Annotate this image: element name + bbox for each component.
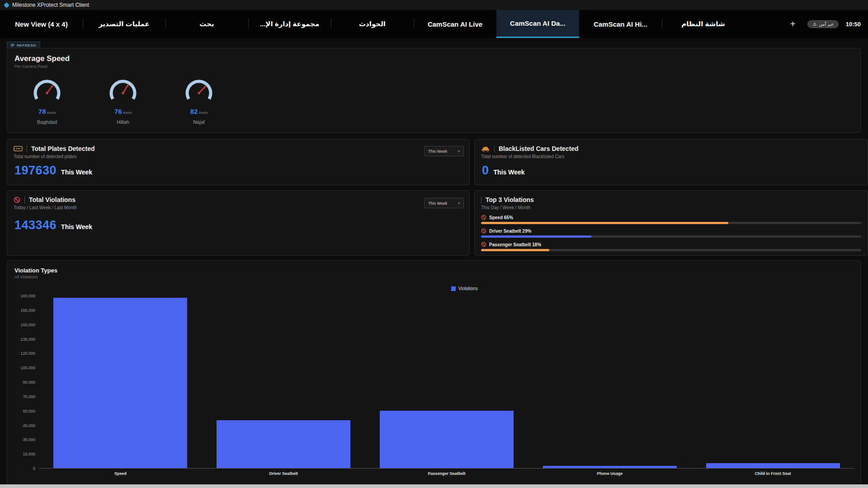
tab-label: CamScan AI Hi... bbox=[594, 20, 647, 28]
gauge-value: 82 bbox=[190, 108, 198, 115]
gauge-value: 78 bbox=[38, 108, 46, 115]
chart-ytick-label: 90,000 bbox=[23, 380, 35, 385]
dropdown-value: This Week bbox=[428, 149, 447, 154]
period-dropdown[interactable]: This Week ▾ bbox=[424, 198, 464, 208]
car-icon bbox=[481, 145, 490, 152]
chevron-down-icon: ▾ bbox=[458, 202, 460, 205]
chart-xlabel: Speed bbox=[39, 471, 202, 476]
chart-slot: Speed bbox=[39, 296, 202, 468]
chart-legend: Violations bbox=[451, 286, 478, 291]
tab-label: مجموعة إدارة الإ... bbox=[260, 20, 320, 28]
panel-title: Total Violations bbox=[29, 196, 75, 203]
chart-ytick-label: 105,000 bbox=[20, 366, 35, 370]
gauge-baghdad: 78Km/h Baghdad bbox=[22, 76, 72, 125]
legend-swatch bbox=[451, 286, 456, 291]
divider bbox=[481, 197, 481, 203]
gauge-najaf: 82Km/h Najaf bbox=[174, 76, 224, 125]
chart-ytick-label: 75,000 bbox=[23, 394, 35, 399]
panel-title: Top 3 Violations bbox=[486, 196, 534, 203]
chart-bar bbox=[543, 466, 677, 468]
gauge-needle bbox=[45, 84, 54, 95]
tab-label: New View (4 x 4) bbox=[15, 20, 67, 28]
warning-icon: ⚠ bbox=[812, 22, 816, 27]
panel-subtitle: Total number of detected plates bbox=[7, 152, 469, 159]
speed-gauge-icon bbox=[183, 76, 215, 102]
chart-slot: Child in Front Seat bbox=[691, 296, 854, 468]
gauge-city: Hillah bbox=[98, 119, 148, 125]
status-badge-label: غير آمن bbox=[819, 22, 833, 27]
add-view-button[interactable]: + bbox=[785, 19, 800, 29]
chart-xlabel: Child in Front Seat bbox=[691, 471, 854, 476]
chart-xlabel: Passenger Seatbelt bbox=[365, 471, 528, 476]
top3-item: Passenger Seatbelt 18% bbox=[481, 242, 861, 251]
gauge-hillah: 76Km/h Hillah bbox=[98, 76, 148, 125]
gauge-unit: Km/h bbox=[47, 111, 56, 115]
clock: 10:50 bbox=[846, 21, 861, 28]
panel-title: Average Speed bbox=[7, 48, 861, 63]
tab-search[interactable]: بحث bbox=[165, 10, 248, 38]
chart-ytick-label: 0 bbox=[33, 466, 35, 471]
horizontal-scrollbar[interactable] bbox=[0, 484, 868, 488]
tab-label: بحث bbox=[199, 20, 214, 28]
tab-label: CamScan AI Live bbox=[428, 20, 482, 28]
chart-slot: Phone Usage bbox=[528, 296, 691, 468]
tab-export-operations[interactable]: عمليات التصدير bbox=[83, 10, 165, 38]
legend-label: Violations bbox=[458, 286, 478, 291]
metric-period: This Week bbox=[494, 169, 525, 176]
chart-ytick-label: 30,000 bbox=[23, 437, 35, 442]
panel-subtitle: Per Camera Road bbox=[7, 63, 861, 69]
top3-track bbox=[481, 222, 861, 224]
gauge-row: 78Km/h Baghdad 76Km/h Hillah 8 bbox=[7, 69, 861, 125]
chart-ytick-label: 15,000 bbox=[23, 452, 35, 456]
chart-ytick-label: 60,000 bbox=[23, 409, 35, 413]
no-entry-icon bbox=[481, 215, 486, 220]
divider bbox=[27, 145, 27, 152]
top3-item: Speed 65% bbox=[481, 215, 861, 224]
tab-label: CamScan AI Da... bbox=[510, 19, 566, 27]
chart-ytick-label: 180,000 bbox=[20, 294, 35, 298]
tab-new-view[interactable]: New View (4 x 4) bbox=[0, 10, 83, 38]
gauge-city: Baghdad bbox=[22, 119, 72, 125]
chart-ytick-label: 135,000 bbox=[20, 337, 35, 342]
metric-value: 0 bbox=[482, 164, 489, 178]
tab-camscan-ai-history[interactable]: CamScan AI Hi... bbox=[579, 10, 662, 38]
license-plate-icon bbox=[14, 145, 23, 152]
tab-management-group[interactable]: مجموعة إدارة الإ... bbox=[248, 10, 331, 38]
period-dropdown[interactable]: This Week ▾ bbox=[424, 146, 464, 156]
milestone-logo-icon bbox=[4, 2, 9, 8]
chart-title: Violation Types bbox=[7, 261, 861, 274]
gauge-needle bbox=[197, 85, 207, 95]
security-status-badge[interactable]: ⚠ غير آمن bbox=[807, 20, 838, 28]
panel-top3-violations: Top 3 Violations This Day / Week / Month… bbox=[474, 190, 868, 256]
tab-label: عمليات التصدير bbox=[99, 20, 150, 28]
panel-total-violations: Total Violations Today / Last Week / Las… bbox=[7, 190, 470, 256]
app-title: Milestone XProtect Smart Client bbox=[12, 2, 89, 8]
tabbar-right: + ⚠ غير آمن 10:50 bbox=[785, 10, 868, 38]
top3-label: Speed 65% bbox=[489, 215, 513, 220]
panel-total-plates: Total Plates Detected Total number of de… bbox=[7, 139, 470, 185]
chart-plot: Speed Driver Seatbelt Passenger Seatbelt… bbox=[39, 296, 854, 469]
tab-camscan-ai-dashboard[interactable]: CamScan AI Da... bbox=[496, 10, 579, 38]
tab-incidents[interactable]: الحوادث bbox=[331, 10, 414, 38]
gauge-value: 76 bbox=[114, 108, 122, 115]
gauge-city: Najaf bbox=[174, 119, 224, 125]
chart-subtitle: All Violations bbox=[7, 274, 861, 279]
chart-bar bbox=[380, 411, 514, 468]
chart-ytick-label: 165,000 bbox=[20, 308, 35, 313]
panel-average-speed: Average Speed Per Camera Road 78Km/h Bag… bbox=[7, 48, 861, 133]
metric-value: 143346 bbox=[14, 218, 57, 232]
no-entry-icon bbox=[481, 228, 486, 234]
chart-yticks: 015,00030,00045,00060,00075,00090,000105… bbox=[7, 296, 35, 469]
speed-gauge-icon bbox=[107, 76, 139, 102]
metric-value: 197630 bbox=[14, 164, 57, 178]
top3-track bbox=[481, 235, 861, 238]
tab-label: شاشة النظام bbox=[681, 20, 725, 28]
top3-label: Driver Seatbelt 29% bbox=[489, 229, 531, 234]
top3-fill bbox=[481, 235, 591, 238]
tab-system-monitor[interactable]: شاشة النظام bbox=[662, 10, 745, 38]
chart-ytick-label: 45,000 bbox=[23, 423, 35, 428]
gauge-needle bbox=[121, 84, 129, 94]
tab-camscan-ai-live[interactable]: CamScan AI Live bbox=[414, 10, 496, 38]
chart-bar bbox=[53, 298, 187, 468]
divider bbox=[24, 197, 25, 203]
